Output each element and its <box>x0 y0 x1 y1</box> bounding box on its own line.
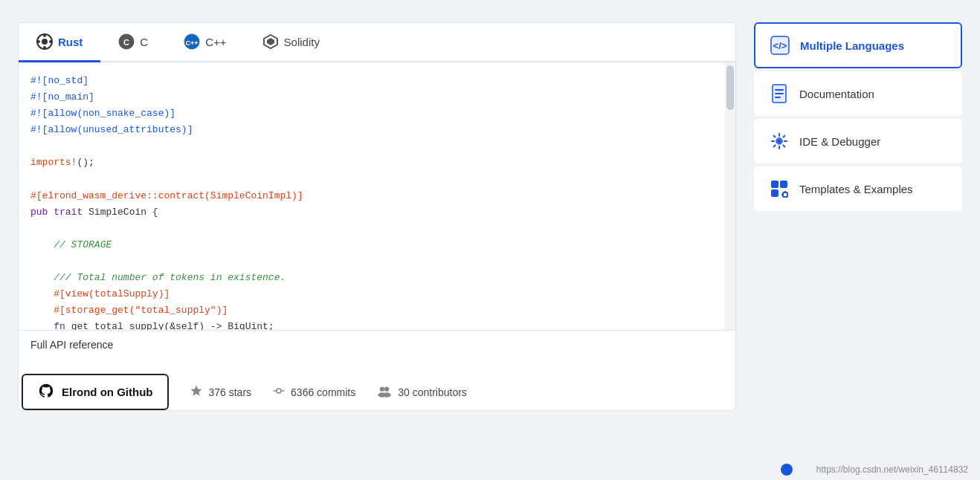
sidebar-item-documentation[interactable]: Documentation <box>754 71 962 116</box>
sidebar-ide-debugger-label: IDE & Debugger <box>799 135 880 148</box>
github-button[interactable]: Elrond on Github <box>22 374 169 410</box>
bottom-right: https://blog.csdn.net/weixin_46114832 <box>781 464 968 476</box>
sidebar-multiple-languages-label: Multiple Languages <box>800 39 904 52</box>
doc-icon <box>768 82 790 105</box>
code-area: #![no_std] #![no_main] #![allow(non_snak… <box>19 62 735 330</box>
svg-text:</>: </> <box>773 40 787 51</box>
svg-rect-22 <box>775 89 784 91</box>
svg-rect-29 <box>771 189 778 197</box>
svg-rect-28 <box>780 181 787 188</box>
scrollbar-thumb[interactable] <box>726 65 734 110</box>
c-lang-icon: C <box>118 33 135 50</box>
svg-rect-27 <box>771 181 778 188</box>
code-footer: Full API reference <box>19 330 735 359</box>
svg-rect-24 <box>775 97 781 98</box>
svg-point-26 <box>777 139 781 143</box>
code-scroll[interactable]: #![no_std] #![no_main] #![allow(non_snak… <box>19 62 735 330</box>
sidebar-item-multiple-languages[interactable]: </> Multiple Languages <box>754 22 962 68</box>
bottom-bar: https://blog.csdn.net/weixin_46114832 <box>0 459 980 480</box>
api-link-rest: reference <box>66 339 113 351</box>
svg-point-5 <box>49 40 52 43</box>
tab-solidity-label: Solidity <box>284 36 320 48</box>
grid-icon <box>768 178 790 200</box>
github-bar: Elrond on Github 376 stars <box>19 374 735 410</box>
api-link-text: Full <box>30 339 50 351</box>
gear-icon <box>768 130 790 152</box>
svg-rect-30 <box>783 192 787 197</box>
svg-point-3 <box>43 46 46 49</box>
url-text: https://blog.csdn.net/weixin_46114832 <box>816 464 968 475</box>
tab-rust-label: Rust <box>58 36 83 48</box>
svg-point-1 <box>42 39 48 45</box>
svg-point-15 <box>380 387 384 392</box>
svg-text:C++: C++ <box>186 39 199 47</box>
svg-marker-11 <box>267 38 274 45</box>
sidebar-item-templates-examples[interactable]: Templates & Examples <box>754 166 962 211</box>
star-icon <box>190 384 203 400</box>
api-link-blue: API <box>50 339 67 351</box>
scrollbar-track <box>725 62 735 330</box>
sidebar: </> Multiple Languages Documentation <box>754 22 962 411</box>
commits-value: 6366 commits <box>291 386 355 398</box>
svg-point-2 <box>43 34 46 37</box>
stars-value: 376 stars <box>208 386 251 398</box>
cpp-icon: C++ <box>184 33 200 50</box>
contributors-stat: 30 contributors <box>376 384 467 400</box>
svg-point-16 <box>384 387 389 392</box>
blue-dot <box>781 464 793 476</box>
main-panel: Rust C C C++ <box>18 22 736 411</box>
contributors-value: 30 contributors <box>398 386 467 398</box>
svg-point-12 <box>277 389 281 393</box>
code-block: #![no_std] #![no_main] #![allow(non_snak… <box>30 73 723 330</box>
tab-c-label: C <box>140 36 148 48</box>
svg-point-4 <box>37 40 40 43</box>
rust-icon <box>36 33 53 50</box>
svg-text:C: C <box>123 38 129 47</box>
solidity-icon <box>262 33 279 50</box>
tab-solidity[interactable]: Solidity <box>245 23 338 62</box>
contributors-icon <box>376 384 393 400</box>
commits-stat: 6366 commits <box>272 384 355 400</box>
api-reference-link[interactable]: Full API reference <box>30 339 113 351</box>
sidebar-templates-label: Templates & Examples <box>799 183 913 195</box>
github-icon <box>38 383 54 401</box>
tab-c[interactable]: C C <box>100 23 166 62</box>
github-button-label: Elrond on Github <box>62 386 152 398</box>
tab-cpp[interactable]: C++ C++ <box>166 23 244 62</box>
language-tabs: Rust C C C++ <box>19 23 735 62</box>
svg-point-18 <box>383 392 391 397</box>
svg-rect-23 <box>775 93 784 94</box>
commits-icon <box>272 384 286 400</box>
tab-rust[interactable]: Rust <box>19 23 100 62</box>
tab-cpp-label: C++ <box>205 36 226 48</box>
sidebar-documentation-label: Documentation <box>799 88 874 100</box>
sidebar-item-ide-debugger[interactable]: IDE & Debugger <box>754 119 962 163</box>
code-icon: </> <box>769 34 791 56</box>
stars-stat: 376 stars <box>190 384 251 400</box>
